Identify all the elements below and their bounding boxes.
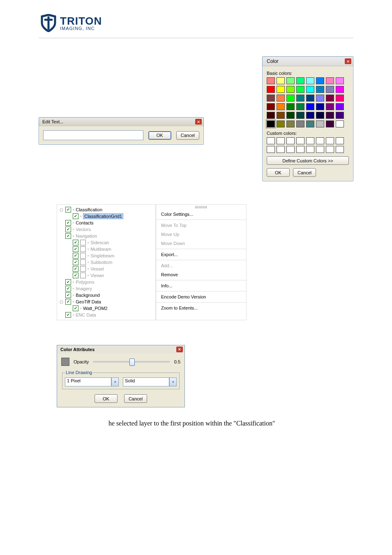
- basic-swatch[interactable]: [316, 120, 324, 127]
- custom-swatch[interactable]: [286, 137, 295, 144]
- basic-swatch[interactable]: [286, 86, 295, 93]
- basic-swatch[interactable]: [316, 86, 324, 93]
- chevron-down-icon[interactable]: ▾: [111, 377, 119, 386]
- basic-swatch[interactable]: [306, 77, 314, 84]
- custom-swatch[interactable]: [306, 146, 314, 153]
- menu-item[interactable]: Export...: [156, 250, 246, 259]
- basic-swatch[interactable]: [316, 77, 324, 84]
- basic-swatch[interactable]: [286, 95, 295, 102]
- custom-swatch[interactable]: [277, 146, 285, 153]
- basic-swatch[interactable]: [277, 103, 285, 110]
- tree-node[interactable]: ✔▫Vessel: [60, 266, 153, 272]
- basic-swatch[interactable]: [336, 120, 344, 127]
- tree-node[interactable]: ✔▫Imagery: [60, 285, 153, 292]
- basic-swatch[interactable]: [326, 112, 334, 119]
- basic-swatch[interactable]: [336, 103, 344, 110]
- basic-swatch[interactable]: [267, 103, 275, 110]
- tree-node[interactable]: ✔▫Background: [60, 292, 153, 298]
- custom-swatch[interactable]: [296, 146, 304, 153]
- basic-swatch[interactable]: [267, 112, 275, 119]
- basic-swatch[interactable]: [296, 77, 304, 84]
- basic-swatch[interactable]: [286, 77, 295, 84]
- basic-swatch[interactable]: [326, 103, 334, 110]
- basic-swatch[interactable]: [286, 120, 295, 127]
- custom-swatch[interactable]: [316, 137, 324, 144]
- basic-swatch[interactable]: [336, 112, 344, 119]
- custom-swatch[interactable]: [296, 137, 304, 144]
- edit-text-input[interactable]: [43, 130, 143, 140]
- tree-node[interactable]: ✔▫Polygons: [60, 279, 153, 285]
- close-icon[interactable]: ✕: [176, 347, 183, 352]
- basic-swatch[interactable]: [267, 95, 275, 102]
- basic-swatch[interactable]: [326, 77, 334, 84]
- basic-swatch[interactable]: [336, 95, 344, 102]
- basic-swatch[interactable]: [336, 77, 344, 84]
- tree-node[interactable]: ✔▫Contacts: [60, 220, 153, 226]
- chevron-down-icon[interactable]: ▾: [169, 377, 177, 386]
- tree-node[interactable]: ✔▫Singlebeam: [60, 252, 153, 259]
- cancel-button[interactable]: Cancel: [176, 131, 199, 140]
- tree-node[interactable]: ▢✔▫GeoTiff Data: [60, 298, 153, 305]
- basic-swatch[interactable]: [296, 95, 304, 102]
- custom-swatch[interactable]: [306, 137, 314, 144]
- tree-node[interactable]: ✔▫Subbottom: [60, 259, 153, 266]
- basic-swatch[interactable]: [306, 86, 314, 93]
- tree-node[interactable]: ✔▫Navigation: [60, 233, 153, 239]
- basic-swatch[interactable]: [306, 112, 314, 119]
- ok-button[interactable]: OK: [95, 394, 118, 403]
- custom-swatch[interactable]: [316, 146, 324, 153]
- basic-swatch[interactable]: [326, 95, 334, 102]
- tree-node[interactable]: ✔▫Multibeam: [60, 246, 153, 252]
- basic-swatch[interactable]: [267, 120, 275, 127]
- layer-tree[interactable]: ▢✔▫Classification✔▫ClassificationGrid1✔▫…: [57, 205, 156, 320]
- basic-swatch[interactable]: [296, 86, 304, 93]
- custom-swatch[interactable]: [326, 137, 334, 144]
- custom-swatch[interactable]: [267, 146, 275, 153]
- tree-node[interactable]: ✔▫Sidescan: [60, 239, 153, 246]
- basic-swatch[interactable]: [296, 120, 304, 127]
- basic-swatch[interactable]: [277, 120, 285, 127]
- define-custom-colors-button[interactable]: Define Custom Colors >>: [267, 156, 349, 165]
- custom-swatch[interactable]: [277, 137, 285, 144]
- basic-swatch[interactable]: [277, 95, 285, 102]
- custom-swatch[interactable]: [286, 146, 295, 153]
- basic-swatch[interactable]: [326, 120, 334, 127]
- basic-swatch[interactable]: [277, 86, 285, 93]
- basic-swatch[interactable]: [296, 112, 304, 119]
- tree-node[interactable]: ✔▫ENC Data: [60, 312, 153, 318]
- ok-button[interactable]: OK: [267, 168, 290, 177]
- slider-thumb[interactable]: [129, 358, 135, 366]
- basic-swatch[interactable]: [306, 95, 314, 102]
- custom-swatch[interactable]: [336, 137, 344, 144]
- opacity-slider[interactable]: [93, 361, 170, 363]
- close-icon[interactable]: ✕: [195, 119, 202, 125]
- basic-swatch[interactable]: [286, 112, 295, 119]
- line-style-select[interactable]: Solid ▾: [123, 377, 177, 386]
- basic-swatch[interactable]: [316, 95, 324, 102]
- basic-swatch[interactable]: [306, 120, 314, 127]
- custom-swatch[interactable]: [326, 146, 334, 153]
- basic-swatch[interactable]: [277, 77, 285, 84]
- tree-node[interactable]: ✔▫Watt_POM2: [60, 305, 153, 312]
- basic-swatch[interactable]: [336, 86, 344, 93]
- tree-node[interactable]: ✔▫ClassificationGrid1: [60, 213, 153, 220]
- custom-swatch[interactable]: [336, 146, 344, 153]
- menu-item[interactable]: Zoom to Extents...: [156, 303, 246, 312]
- menu-item[interactable]: Info...: [156, 281, 246, 290]
- basic-swatch[interactable]: [296, 103, 304, 110]
- menu-item[interactable]: Remove: [156, 270, 246, 279]
- close-icon[interactable]: ✕: [345, 58, 351, 64]
- menu-item[interactable]: Encode Demo Version: [156, 292, 246, 301]
- basic-swatch[interactable]: [316, 103, 324, 110]
- basic-swatch[interactable]: [316, 112, 324, 119]
- basic-swatch[interactable]: [277, 112, 285, 119]
- ok-button[interactable]: OK: [148, 131, 171, 140]
- tree-node[interactable]: ✔▫Vectors: [60, 226, 153, 233]
- tree-node[interactable]: ✔▫Viewer: [60, 272, 153, 279]
- tree-node[interactable]: ▢✔▫Classification: [60, 206, 153, 213]
- custom-swatch[interactable]: [267, 137, 275, 144]
- basic-swatch[interactable]: [267, 86, 275, 93]
- cancel-button[interactable]: Cancel: [293, 168, 316, 177]
- line-width-select[interactable]: 1 Pixel ▾: [65, 377, 119, 386]
- cancel-button[interactable]: Cancel: [124, 394, 147, 403]
